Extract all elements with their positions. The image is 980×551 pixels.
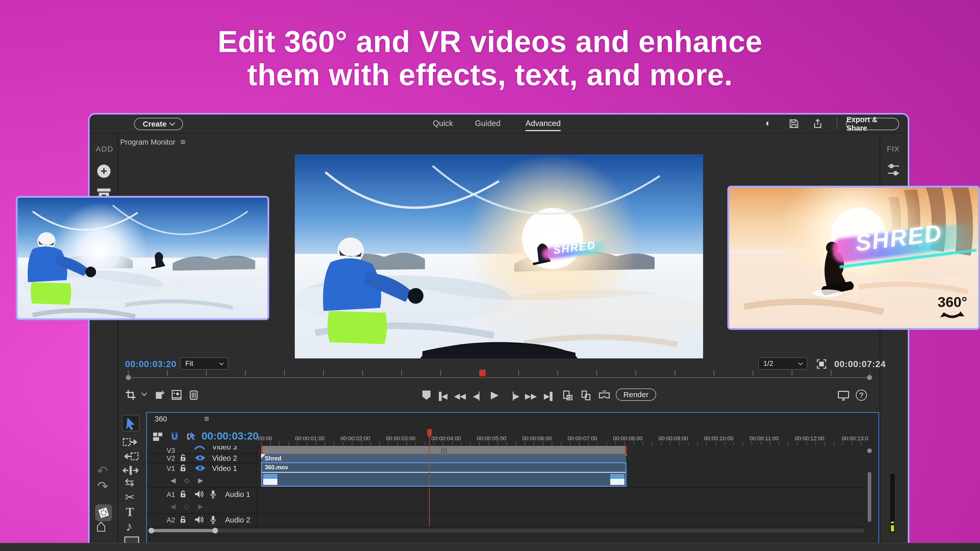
marker-icon[interactable] [422, 389, 431, 401]
settings-sliders-icon[interactable] [887, 164, 900, 176]
add-clip-icon[interactable] [580, 389, 592, 401]
track-select-forward-icon[interactable] [123, 437, 138, 448]
trash-icon[interactable] [188, 389, 199, 401]
step-forward-button[interactable]: ▕▶ [508, 391, 519, 402]
work-area-end-marker[interactable] [625, 446, 627, 454]
timeline-menu-icon[interactable]: ≡ [204, 414, 209, 424]
razor-tool-icon[interactable]: ✂ [125, 492, 135, 503]
lock-icon[interactable] [180, 454, 186, 462]
speaker-icon[interactable] [194, 490, 204, 498]
snow-scene-cool [18, 198, 268, 319]
selection-tool-button[interactable] [122, 415, 140, 431]
export-share-button[interactable]: Export & Share [846, 118, 899, 130]
tab-advanced[interactable]: Advanced [525, 119, 561, 131]
rewind-button[interactable]: ◀◀ [454, 391, 466, 402]
frame-grab-icon[interactable] [171, 389, 183, 401]
clip-360mov[interactable]: 360.mov [261, 462, 627, 487]
track-select-backward-icon[interactable] [123, 451, 138, 462]
scrubber-start-handle[interactable] [126, 375, 131, 380]
timeline-tab-360[interactable]: 360 [155, 415, 167, 423]
timeline-hscrollbar[interactable] [148, 529, 865, 533]
add-media-button[interactable]: + [97, 165, 110, 178]
lock-icon[interactable] [180, 516, 186, 523]
redo-icon[interactable]: ↷ [97, 481, 108, 491]
speaker-icon[interactable] [194, 516, 204, 524]
export-share-label: Export & Share [846, 116, 899, 132]
vr-headset-icon[interactable] [598, 389, 611, 401]
keyframe-nav-video[interactable]: ◀ ◇ ▶ [147, 476, 256, 487]
track-header-v1[interactable]: V1 Video 1 [147, 463, 256, 473]
eye-icon[interactable] [194, 465, 206, 472]
crop-tool-icon[interactable] [125, 389, 137, 401]
fullscreen-icon[interactable] [816, 359, 827, 370]
keyframe-prev-icon[interactable]: ◀ [170, 476, 176, 484]
audio-meter-peak [891, 522, 894, 523]
track-header-a1[interactable]: A1 Audio 1 [147, 487, 256, 501]
ripple-edit-icon[interactable] [123, 465, 138, 476]
lock-icon[interactable] [180, 465, 186, 472]
lock-icon[interactable] [180, 491, 186, 498]
zoom-fit-dropdown[interactable]: Fit [180, 357, 228, 370]
keyframe-add-icon[interactable]: ◇ [184, 476, 189, 484]
remix-audio-tool-icon[interactable]: ♪ [126, 521, 132, 532]
work-area-grip[interactable]: ||| [441, 446, 447, 454]
timeline-vscrollbar[interactable] [868, 472, 871, 522]
hscroll-knob-left[interactable] [148, 528, 154, 534]
keyframe-nav-audio[interactable]: ◀ ◇ ▶ [147, 503, 256, 513]
vscroll-knob-top[interactable] [867, 448, 872, 453]
crop-options-chevron-icon[interactable] [142, 390, 147, 396]
mic-icon[interactable] [210, 490, 216, 499]
mic-icon[interactable] [210, 515, 216, 524]
keyframe-prev-icon[interactable]: ◀ [170, 503, 176, 510]
hscroll-knob-right[interactable] [212, 528, 218, 534]
eye-icon[interactable] [194, 446, 205, 451]
text-tool-icon[interactable]: T [126, 507, 134, 518]
help-icon[interactable]: ? [856, 389, 867, 401]
create-button[interactable]: Create [134, 118, 183, 130]
current-timecode[interactable]: 00:00:03:20 [125, 359, 177, 369]
dual-monitor-icon[interactable] [837, 389, 850, 401]
contrast-icon[interactable]: ◐ [765, 118, 771, 128]
rotate-icon[interactable] [154, 389, 165, 401]
slip-tool-icon[interactable]: ⇆ [125, 477, 134, 488]
monitor-playhead-handle[interactable] [479, 370, 486, 376]
go-to-end-button[interactable]: ▶▌ [544, 391, 555, 402]
monitor-viewport[interactable]: SHRED [295, 154, 703, 359]
audio-meter [891, 474, 894, 532]
track-header-v3[interactable]: V3 Video 3 [147, 446, 256, 453]
playhead-line[interactable] [429, 437, 430, 527]
tab-guided[interactable]: Guided [475, 119, 501, 128]
home-icon[interactable]: ⌂ [96, 521, 107, 530]
save-icon[interactable] [789, 119, 799, 129]
track-layout-icon[interactable] [153, 432, 163, 441]
insert-mode-icon[interactable] [187, 431, 197, 442]
fast-forward-button[interactable]: ▶▶ [525, 391, 537, 402]
panel-menu-icon[interactable]: ≡ [180, 137, 186, 147]
go-to-start-button[interactable]: ▐◀ [436, 391, 447, 402]
snap-magnet-icon[interactable] [169, 431, 180, 442]
hscroll-handle[interactable] [151, 529, 215, 532]
keyframe-next-icon[interactable]: ▶ [198, 503, 203, 510]
track-header-a2[interactable]: A2 Audio 2 [147, 513, 256, 527]
monitor-scrubber-track[interactable] [128, 377, 870, 378]
share-icon[interactable] [812, 118, 823, 129]
tab-quick[interactable]: Quick [433, 119, 453, 128]
clip-shred[interactable]: Shred [261, 454, 626, 462]
frame-export-icon[interactable] [562, 389, 574, 401]
clip-name-underline [262, 472, 625, 473]
step-back-button[interactable]: ◀▏ [473, 391, 485, 402]
play-button[interactable]: ▶ [491, 389, 499, 400]
playback-quality-dropdown[interactable]: 1/2 [758, 357, 807, 370]
scrubber-end-handle[interactable] [867, 375, 872, 380]
render-button[interactable]: Render [616, 389, 656, 401]
timeline-timecode[interactable]: 00:00:03:20 [202, 430, 259, 442]
keyframe-next-icon[interactable]: ▶ [198, 476, 203, 484]
badge-360-text: 360° [936, 294, 969, 310]
undo-icon[interactable]: ↶ [97, 466, 108, 476]
render-button-label: Render [624, 390, 649, 399]
track-header-v2[interactable]: V2 Video 2 [147, 453, 256, 463]
work-area-start-marker[interactable] [261, 446, 262, 454]
eye-icon[interactable] [194, 454, 206, 462]
keyframe-add-icon[interactable]: ◇ [184, 503, 189, 510]
zoom-fit-value: Fit [185, 359, 193, 368]
